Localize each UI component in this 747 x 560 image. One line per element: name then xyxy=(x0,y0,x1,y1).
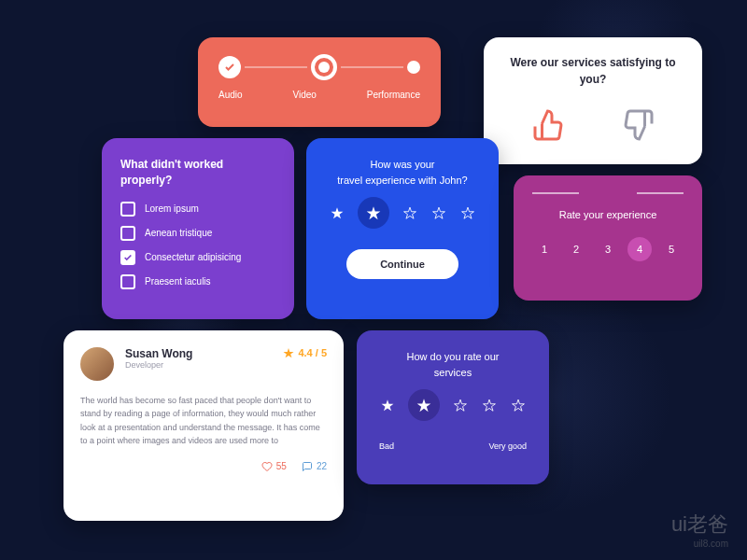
check-label: Lorem ipsum xyxy=(145,203,199,214)
star-3[interactable] xyxy=(452,397,469,413)
step-audio[interactable] xyxy=(218,56,241,78)
step-label: Video xyxy=(292,90,316,100)
checkbox-icon xyxy=(120,226,135,241)
star-1[interactable] xyxy=(329,204,345,221)
check-item[interactable]: Consectetur adipisicing xyxy=(120,250,275,265)
services-card: How do you rate our services Bad Very go… xyxy=(357,330,549,484)
travel-card: How was your travel experience with John… xyxy=(306,138,499,319)
step-connector xyxy=(341,66,403,68)
services-title: How do you rate our services xyxy=(375,349,530,380)
progress-card: Audio Video Performance xyxy=(198,37,441,127)
comment-icon xyxy=(302,461,313,472)
checklist-card: What didn't worked properly? Lorem ipsum… xyxy=(102,138,294,319)
continue-button[interactable]: Continue xyxy=(346,249,458,279)
check-item[interactable]: Lorem ipsum xyxy=(120,202,275,217)
star-icon xyxy=(283,347,294,358)
star-2[interactable] xyxy=(358,197,389,229)
star-3[interactable] xyxy=(402,204,418,221)
rate-indicator xyxy=(532,192,684,194)
star-5[interactable] xyxy=(459,204,476,221)
checkbox-icon xyxy=(120,202,135,217)
star-5[interactable] xyxy=(510,397,527,413)
check-icon xyxy=(224,62,235,73)
star-4[interactable] xyxy=(430,204,447,221)
rate-5[interactable]: 5 xyxy=(659,237,684,261)
step-performance[interactable] xyxy=(407,61,420,74)
watermark-logo: ui老爸 xyxy=(671,511,728,539)
star-rating xyxy=(325,204,480,229)
rate-title: Rate your experience xyxy=(532,209,684,220)
step-video[interactable] xyxy=(311,54,337,80)
progress-steps xyxy=(218,54,420,80)
reviewer-name: Susan Wong xyxy=(125,347,283,360)
thumb-down-icon[interactable] xyxy=(621,108,655,146)
step-label: Performance xyxy=(367,90,420,100)
like-button[interactable]: 55 xyxy=(261,461,287,472)
check-item[interactable]: Praesent iaculis xyxy=(120,274,275,289)
checkbox-icon xyxy=(120,274,135,289)
travel-title: How was your travel experience with John… xyxy=(325,157,480,188)
step-connector xyxy=(245,66,307,68)
watermark-url: uil8.com xyxy=(671,539,728,549)
star-rating xyxy=(375,397,530,421)
checklist-title: What didn't worked properly? xyxy=(120,157,275,189)
avatar xyxy=(80,347,114,381)
heart-icon xyxy=(261,461,273,472)
star-4[interactable] xyxy=(481,397,498,413)
satisfy-title: Were our services satisfying to you? xyxy=(504,54,682,88)
comment-button[interactable]: 22 xyxy=(302,461,327,472)
check-label: Consectetur adipisicing xyxy=(145,252,241,262)
rate-3[interactable]: 3 xyxy=(596,237,620,261)
label-bad: Bad xyxy=(379,441,394,451)
check-label: Aenean tristique xyxy=(145,228,212,238)
rate-card: Rate your experience 1 2 3 4 5 xyxy=(514,175,702,301)
review-score: 4.4 / 5 xyxy=(283,347,327,358)
watermark: ui老爸 uil8.com xyxy=(671,511,728,549)
reviewer-role: Developer xyxy=(125,360,283,370)
satisfy-card: Were our services satisfying to you? xyxy=(484,37,702,164)
thumb-up-icon[interactable] xyxy=(532,108,566,146)
step-label: Audio xyxy=(218,90,243,100)
star-2[interactable] xyxy=(408,389,440,421)
review-card: Susan Wong Developer 4.4 / 5 The world h… xyxy=(63,330,344,521)
rate-2[interactable]: 2 xyxy=(564,237,588,261)
star-1[interactable] xyxy=(379,397,396,413)
check-label: Praesent iaculis xyxy=(145,276,211,287)
rate-1[interactable]: 1 xyxy=(532,237,557,261)
label-good: Very good xyxy=(488,441,527,451)
rate-4[interactable]: 4 xyxy=(627,237,652,261)
checkbox-checked-icon xyxy=(120,250,135,265)
review-text: The world has become so fast paced that … xyxy=(80,394,327,448)
check-item[interactable]: Aenean tristique xyxy=(120,226,275,241)
